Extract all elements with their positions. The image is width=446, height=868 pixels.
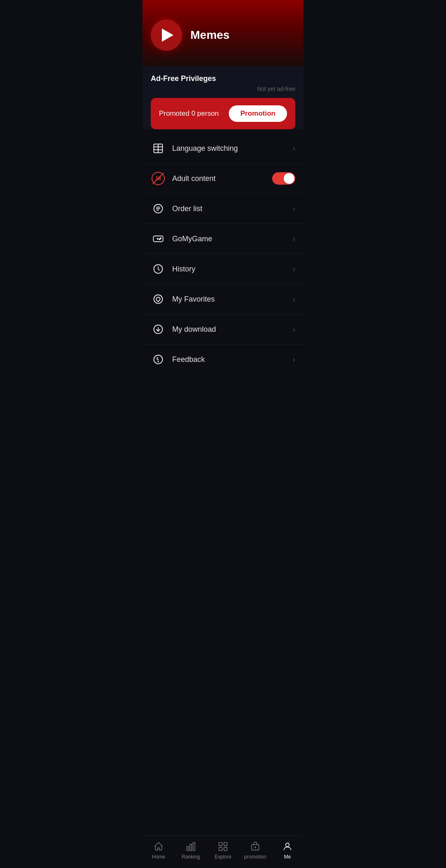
channel-title: Memes (190, 29, 230, 42)
order-chevron: › (293, 205, 295, 213)
history-label: History (172, 265, 286, 273)
promoted-text: Promoted 0 person (159, 109, 219, 118)
history-icon (151, 262, 166, 276)
menu-item-favorites[interactable]: My Favorites › (142, 284, 304, 314)
gomygame-label: GoMyGame (172, 235, 286, 243)
svg-point-11 (160, 238, 161, 239)
download-label: My download (172, 325, 286, 334)
menu-item-gomygame[interactable]: GoMyGame › (142, 224, 304, 254)
game-icon (151, 231, 166, 246)
adult-icon: 18 (151, 171, 166, 186)
order-label: Order list (172, 205, 286, 213)
menu-item-feedback[interactable]: Feedback › (142, 345, 304, 374)
play-icon (162, 29, 173, 42)
promotion-banner: Promoted 0 person Promotion (151, 98, 295, 129)
feedback-chevron: › (293, 355, 295, 364)
adult-toggle[interactable] (272, 172, 295, 185)
gomygame-chevron: › (293, 235, 295, 243)
promotion-button[interactable]: Promotion (229, 105, 287, 122)
menu-list: Language switching › 18 Adult content Or… (142, 129, 304, 378)
ad-free-status: Not yet ad-free (257, 86, 295, 92)
ad-free-section: Ad-Free Privileges Not yet ad-free Promo… (142, 66, 304, 129)
menu-item-history[interactable]: History › (142, 254, 304, 284)
favorites-chevron: › (293, 295, 295, 304)
language-icon (151, 141, 166, 156)
download-icon (151, 322, 166, 337)
header-section: Memes (142, 0, 304, 66)
adult-label: Adult content (172, 174, 266, 183)
language-label: Language switching (172, 144, 286, 153)
menu-item-order[interactable]: Order list › (142, 194, 304, 224)
play-button[interactable] (151, 19, 182, 51)
ad-free-title: Ad-Free Privileges (151, 74, 295, 83)
menu-item-download[interactable]: My download › (142, 314, 304, 345)
history-chevron: › (293, 265, 295, 273)
feedback-label: Feedback (172, 355, 286, 364)
toggle-knob (284, 173, 294, 184)
menu-item-language[interactable]: Language switching › (142, 133, 304, 164)
favorites-icon (151, 292, 166, 307)
download-chevron: › (293, 325, 295, 334)
order-icon (151, 201, 166, 216)
favorites-label: My Favorites (172, 295, 286, 304)
svg-point-12 (159, 239, 160, 240)
language-chevron: › (293, 144, 295, 153)
feedback-icon (151, 352, 166, 367)
menu-item-adult[interactable]: 18 Adult content (142, 164, 304, 194)
